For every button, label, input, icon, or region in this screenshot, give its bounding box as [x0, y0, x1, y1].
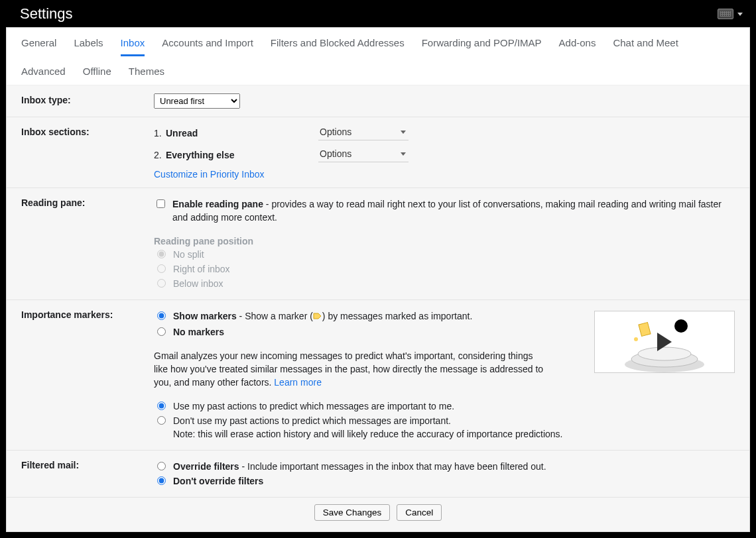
importance-explanation: Gmail analyzes your new incoming message… — [154, 349, 545, 389]
importance-markers-label: Importance markers: — [21, 308, 154, 442]
tab-advanced[interactable]: Advanced — [21, 66, 66, 85]
inbox-section-options-dropdown[interactable]: Options — [318, 125, 409, 140]
tab-forwarding[interactable]: Forwarding and POP/IMAP — [422, 37, 542, 56]
enable-reading-pane-checkbox[interactable] — [157, 199, 165, 208]
reading-pane-label: Reading pane: — [21, 196, 154, 292]
inbox-type-select[interactable]: Unread first — [154, 93, 240, 109]
predict-no-radio[interactable] — [157, 416, 166, 425]
settings-panel: General Labels Inbox Accounts and Import… — [7, 28, 749, 531]
section-inbox-sections: Inbox sections: 1. Unread Options 2. Eve… — [7, 117, 749, 188]
reading-pane-below-radio[interactable] — [157, 279, 166, 288]
chevron-down-icon — [401, 152, 406, 156]
section-filtered-mail: Filtered mail: Override filters - Includ… — [7, 451, 749, 498]
section-importance-markers: Importance markers: Show markers - Show … — [7, 300, 749, 451]
importance-marker-icon — [313, 311, 322, 324]
inbox-section-row: 2. Everything else Options — [154, 147, 735, 162]
section-reading-pane: Reading pane: Enable reading pane - prov… — [7, 188, 749, 300]
show-markers-label: Show markers — [173, 311, 237, 321]
svg-point-5 — [634, 337, 638, 341]
cancel-button[interactable]: Cancel — [397, 504, 442, 521]
inbox-section-index: 1. — [154, 128, 166, 138]
svg-rect-4 — [639, 322, 651, 336]
svg-point-3 — [674, 319, 688, 333]
predict-no-text: Don't use my past actions to predict whi… — [173, 414, 563, 441]
dont-override-filters-radio[interactable] — [157, 476, 166, 485]
filtered-mail-label: Filtered mail: — [21, 458, 154, 489]
settings-tabs: General Labels Inbox Accounts and Import… — [7, 28, 749, 85]
predict-yes-radio[interactable] — [157, 402, 166, 410]
tab-inbox[interactable]: Inbox — [121, 37, 145, 56]
customize-priority-inbox-link[interactable]: Customize in Priority Inbox — [154, 169, 265, 180]
show-markers-text: Show markers - Show a marker () by messa… — [173, 309, 472, 324]
input-tools-menu[interactable] — [718, 9, 743, 19]
inbox-sections-label: Inbox sections: — [21, 125, 154, 180]
play-icon — [657, 333, 672, 351]
reading-pane-right-radio[interactable] — [157, 264, 166, 273]
tab-labels[interactable]: Labels — [74, 37, 103, 56]
learn-more-link[interactable]: Learn more — [274, 377, 322, 388]
predict-no-label: Don't use my past actions to predict whi… — [173, 415, 451, 426]
tab-offline[interactable]: Offline — [83, 66, 111, 85]
inbox-type-label: Inbox type: — [21, 93, 154, 109]
inbox-section-name: Everything else — [166, 150, 318, 160]
inbox-section-index: 2. — [154, 150, 166, 160]
inbox-section-row: 1. Unread Options — [154, 125, 735, 140]
inbox-section-options-dropdown[interactable]: Options — [318, 147, 409, 162]
section-inbox-type: Inbox type: Unread first — [7, 85, 749, 117]
reading-pane-no-split-label: No split — [173, 248, 204, 261]
action-buttons: Save Changes Cancel — [7, 498, 749, 523]
override-filters-text: Override filters - Include important mes… — [173, 460, 546, 473]
predict-yes-label: Use my past actions to predict which mes… — [173, 400, 454, 413]
tab-accounts[interactable]: Accounts and Import — [162, 37, 253, 56]
window-titlebar: Settings — [0, 0, 756, 28]
reading-pane-right-label: Right of inbox — [173, 262, 230, 276]
override-filters-desc: - Include important messages in the inbo… — [239, 461, 546, 472]
enable-reading-pane-label: Enable reading pane — [172, 199, 263, 209]
save-changes-button[interactable]: Save Changes — [314, 504, 391, 521]
override-filters-label: Override filters — [173, 461, 239, 472]
reading-pane-below-label: Below inbox — [173, 277, 223, 290]
tab-filters[interactable]: Filters and Blocked Addresses — [271, 37, 405, 56]
importance-video-thumbnail[interactable] — [594, 311, 735, 373]
show-markers-radio[interactable] — [157, 311, 166, 320]
page-title: Settings — [20, 5, 73, 23]
chevron-down-icon — [401, 131, 406, 134]
override-filters-radio[interactable] — [157, 462, 166, 470]
inbox-section-name: Unread — [166, 128, 318, 138]
tab-chat[interactable]: Chat and Meet — [613, 37, 678, 56]
tab-general[interactable]: General — [21, 37, 56, 56]
options-label: Options — [320, 127, 351, 137]
no-markers-label: No markers — [173, 325, 224, 339]
keyboard-icon — [718, 9, 733, 19]
reading-pane-no-split-radio[interactable] — [157, 250, 166, 258]
no-markers-radio[interactable] — [157, 327, 166, 336]
chevron-down-icon — [737, 13, 743, 16]
options-label: Options — [320, 148, 351, 159]
settings-content: Inbox type: Unread first Inbox sections:… — [7, 85, 749, 531]
dont-override-filters-label: Don't override filters — [173, 474, 263, 488]
enable-reading-pane-text: Enable reading pane - provides a way to … — [172, 197, 735, 224]
reading-pane-position-heading: Reading pane position — [154, 236, 735, 246]
tab-themes[interactable]: Themes — [129, 66, 164, 85]
tab-addons[interactable]: Add-ons — [559, 37, 596, 56]
predict-no-note: Note: this will erase action history and… — [173, 429, 563, 439]
